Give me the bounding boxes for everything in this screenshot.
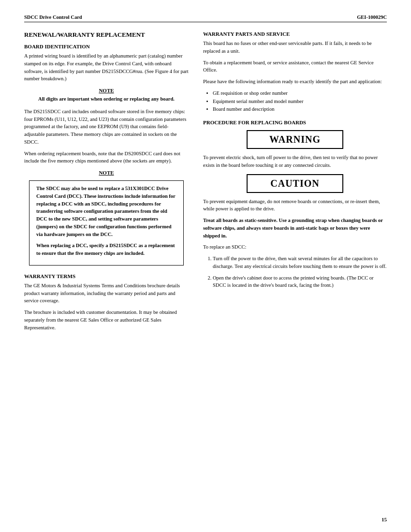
procedure-steps: Turn off the power to the drive, then wa…: [213, 255, 387, 289]
main-content: RENEWAL/WARRANTY REPLACEMENT BOARD IDENT…: [24, 31, 387, 335]
note2-text2: When replacing a DCC, specify a DS215SDC…: [36, 242, 176, 257]
bullet-item-2: Equipment serial number and model number: [213, 98, 387, 106]
note1-text: All digits are important when ordering o…: [34, 95, 179, 103]
note-box-1: NOTE All digits are important when order…: [34, 88, 179, 103]
warranty-parts-para2: To obtain a replacement board, or servic…: [203, 59, 387, 74]
caution-text2: Treat all boards as static-sensitive. Us…: [203, 217, 387, 239]
note1-label: NOTE: [34, 88, 179, 93]
right-column: WARRANTY PARTS AND SERVICE This board ha…: [203, 31, 387, 335]
main-section-title: RENEWAL/WARRANTY REPLACEMENT: [24, 31, 189, 39]
bullet-item-1: GE requisition or shop order number: [213, 89, 387, 98]
note2-label: NOTE: [34, 170, 179, 176]
caution-label: CAUTION: [270, 178, 319, 189]
warning-text: To prevent electric shock, turn off powe…: [203, 154, 387, 169]
page: SDCC Drive Control Card GEI-100029C RENE…: [0, 0, 411, 532]
warranty-terms-para1: The GE Motors & Industrial Systems Terms…: [24, 282, 189, 305]
warranty-parts-para3: Please have the following information re…: [203, 78, 387, 86]
warning-label: WARNING: [269, 134, 321, 145]
header-right: GEI-100029C: [357, 15, 387, 20]
procedure-intro: To replace an SDCC:: [203, 243, 387, 251]
bullet-item-3: Board number and description: [213, 105, 387, 114]
note2-bordered: The SDCC may also be used to replace a 5…: [29, 180, 184, 266]
warranty-parts-title: WARRANTY PARTS AND SERVICE: [203, 31, 387, 37]
header-left: SDCC Drive Control Card: [24, 15, 82, 20]
warning-box: WARNING: [247, 130, 343, 149]
page-header: SDCC Drive Control Card GEI-100029C: [24, 15, 387, 22]
warranty-parts-bullets: GE requisition or shop order number Equi…: [213, 89, 387, 114]
warranty-parts-para1: This board has no fuses or other end-use…: [203, 40, 387, 55]
board-id-para3: When ordering replacement boards, note t…: [24, 150, 189, 165]
board-id-para1: A printed wiring board is identified by …: [24, 52, 189, 83]
step-1: Turn off the power to the drive, then wa…: [213, 255, 387, 270]
board-id-para2: The DS215SDCC card includes onboard soft…: [24, 108, 189, 146]
caution-box: CAUTION: [247, 174, 343, 193]
page-number: 15: [382, 517, 387, 522]
warranty-terms-para2: The brochure is included with customer d…: [24, 309, 189, 331]
procedure-title: PROCEDURE FOR REPLACING BOARDS: [203, 119, 387, 125]
warranty-terms-title: WARRANTY TERMS: [24, 273, 189, 279]
step-2: Open the drive's cabinet door to access …: [213, 274, 387, 290]
note-box-2: NOTE: [34, 170, 179, 176]
caution-text1: To prevent equipment damage, do not remo…: [203, 198, 387, 213]
note2-text: The SDCC may also be used to replace a 5…: [36, 185, 176, 238]
board-id-title: BOARD IDENTIFICATION: [24, 44, 189, 49]
left-column: RENEWAL/WARRANTY REPLACEMENT BOARD IDENT…: [24, 31, 189, 335]
